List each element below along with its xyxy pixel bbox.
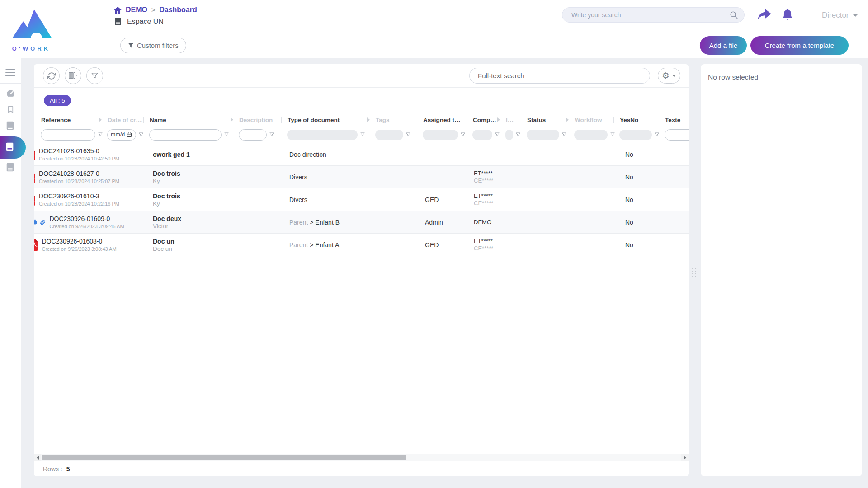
no-row-selected-message: No row selected bbox=[708, 73, 855, 81]
filter-funnel-icon[interactable] bbox=[610, 132, 615, 137]
table-filter-row: mm/d bbox=[34, 127, 689, 143]
share-forward-icon[interactable] bbox=[758, 9, 771, 21]
sort-arrow-icon[interactable] bbox=[99, 117, 102, 122]
header-divider bbox=[114, 32, 863, 32]
filter-funnel-icon[interactable] bbox=[406, 132, 411, 137]
filter-funnel-icon[interactable] bbox=[561, 132, 567, 137]
gauge-icon bbox=[6, 89, 15, 100]
global-search-input[interactable] bbox=[571, 11, 730, 19]
filter-input-reference[interactable] bbox=[41, 129, 95, 141]
column-header-status[interactable]: Status bbox=[524, 113, 572, 127]
breadcrumb-separator: > bbox=[151, 6, 155, 14]
book-icon-active bbox=[5, 142, 14, 154]
filter-disabled-status bbox=[527, 130, 559, 140]
home-icon[interactable] bbox=[114, 7, 122, 14]
filter-funnel-icon[interactable] bbox=[495, 132, 500, 137]
columns-button[interactable] bbox=[65, 67, 81, 84]
column-header-assigned-to[interactable]: Assigned t… bbox=[420, 113, 470, 127]
app-logo[interactable]: O'WORK bbox=[6, 4, 56, 52]
workspace-row: Espace UN bbox=[114, 17, 164, 26]
filter-disabled-tags bbox=[375, 130, 403, 140]
calendar-icon bbox=[127, 132, 132, 137]
sort-arrow-icon[interactable] bbox=[497, 117, 500, 122]
filter-input-description[interactable] bbox=[239, 129, 267, 141]
filter-input-texte[interactable] bbox=[665, 129, 689, 141]
filter-button[interactable] bbox=[86, 67, 103, 84]
sidebar-item-bookmarks[interactable] bbox=[5, 105, 15, 115]
column-header-i[interactable]: I… bbox=[503, 113, 524, 127]
sidebar-item-documents-active[interactable] bbox=[0, 136, 26, 159]
sidebar-item-dashboard[interactable] bbox=[5, 89, 15, 99]
column-header-texte[interactable]: Texte bbox=[662, 113, 689, 127]
filter-funnel-icon[interactable] bbox=[460, 132, 466, 137]
panel-resize-grip[interactable] bbox=[692, 268, 697, 281]
search-icon[interactable] bbox=[730, 11, 738, 19]
documents-grid-card: ⚙ All : 5 Reference Date of cr… Name Des… bbox=[34, 64, 689, 476]
pdf-file-icon bbox=[34, 171, 35, 183]
breadcrumb-current[interactable]: Dashboard bbox=[159, 6, 197, 14]
document-row[interactable]: DOC230926-01608-0Created on 9/26/2023 3:… bbox=[34, 234, 689, 256]
document-row[interactable]: DOC241028-01635-0Created on 10/28/2024 1… bbox=[34, 143, 689, 166]
add-file-button[interactable]: Add a file bbox=[700, 36, 747, 55]
filter-funnel-icon[interactable] bbox=[224, 132, 229, 137]
all-count-chip[interactable]: All : 5 bbox=[44, 95, 71, 106]
column-header-workflow[interactable]: Workflow bbox=[572, 113, 617, 127]
column-divider bbox=[143, 117, 144, 123]
filter-disabled-i bbox=[505, 130, 513, 140]
global-search bbox=[562, 7, 745, 23]
grid-settings-button[interactable]: ⚙ bbox=[658, 68, 680, 84]
document-row[interactable]: DOC230926-01609-0Created on 9/26/2023 3:… bbox=[34, 211, 689, 234]
refresh-button[interactable] bbox=[43, 67, 60, 84]
column-header-reference[interactable]: Reference bbox=[38, 113, 105, 127]
filter-funnel-icon[interactable] bbox=[515, 132, 521, 137]
filter-funnel-icon[interactable] bbox=[360, 132, 365, 137]
notifications-bell-icon[interactable] bbox=[782, 8, 793, 21]
filter-date-input[interactable]: mm/d bbox=[107, 129, 136, 141]
breadcrumb-root[interactable]: DEMO bbox=[126, 6, 147, 14]
sidebar-item-library-1[interactable] bbox=[5, 122, 15, 131]
rows-count: 5 bbox=[66, 465, 70, 473]
workspace-name: Espace UN bbox=[127, 18, 164, 26]
column-divider bbox=[417, 117, 417, 123]
column-header-name[interactable]: Name bbox=[147, 113, 236, 127]
sort-arrow-icon[interactable] bbox=[566, 117, 569, 122]
horizontal-scrollbar[interactable] bbox=[34, 454, 689, 461]
create-from-template-button[interactable]: Create from a template bbox=[750, 36, 849, 55]
scrollbar-track[interactable] bbox=[41, 454, 681, 461]
document-row[interactable]: DOC241028-01627-0Created on 10/28/2024 1… bbox=[34, 166, 689, 188]
column-header-yesno[interactable]: YesNo bbox=[617, 113, 662, 127]
chevron-down-icon bbox=[853, 14, 858, 17]
filter-funnel-icon[interactable] bbox=[269, 132, 274, 137]
fulltext-search-input[interactable] bbox=[478, 72, 642, 80]
columns-icon bbox=[69, 72, 77, 80]
menu-hamburger-icon[interactable] bbox=[5, 69, 15, 76]
brand-name: O'WORK bbox=[6, 45, 56, 52]
sort-arrow-icon[interactable] bbox=[367, 117, 370, 122]
column-header-type-of-document[interactable]: Type of document bbox=[285, 113, 373, 127]
bookmark-icon bbox=[6, 105, 15, 116]
pdf-file-icon bbox=[34, 239, 38, 251]
custom-filters-button[interactable]: Custom filters bbox=[120, 38, 186, 53]
sidebar-item-library-2[interactable] bbox=[5, 163, 15, 173]
column-header-tags[interactable]: Tags bbox=[373, 113, 420, 127]
filter-chip-row: All : 5 bbox=[34, 88, 689, 113]
filter-disabled-type bbox=[287, 130, 358, 140]
sort-arrow-icon[interactable] bbox=[231, 117, 233, 122]
column-header-company[interactable]: Comp… bbox=[470, 113, 503, 127]
scroll-right-arrow[interactable] bbox=[681, 454, 689, 461]
sidebar bbox=[0, 0, 21, 488]
custom-filters-label: Custom filters bbox=[137, 42, 179, 49]
filter-funnel-icon[interactable] bbox=[654, 132, 660, 137]
pdf-file-icon bbox=[34, 194, 35, 206]
grid-toolbar: ⚙ bbox=[34, 64, 689, 88]
filter-funnel-icon[interactable] bbox=[98, 132, 103, 137]
scroll-left-arrow[interactable] bbox=[34, 454, 41, 461]
filter-input-name[interactable] bbox=[149, 129, 222, 141]
column-header-date-of-creation[interactable]: Date of cr… bbox=[105, 113, 147, 127]
funnel-icon bbox=[91, 72, 99, 80]
document-row[interactable]: DOC230926-01610-3Created on 10/28/2024 1… bbox=[34, 188, 689, 211]
scrollbar-thumb[interactable] bbox=[42, 455, 406, 460]
column-header-description[interactable]: Description bbox=[236, 113, 285, 127]
user-role-menu[interactable]: Director bbox=[822, 11, 858, 20]
filter-funnel-icon[interactable] bbox=[138, 132, 144, 137]
